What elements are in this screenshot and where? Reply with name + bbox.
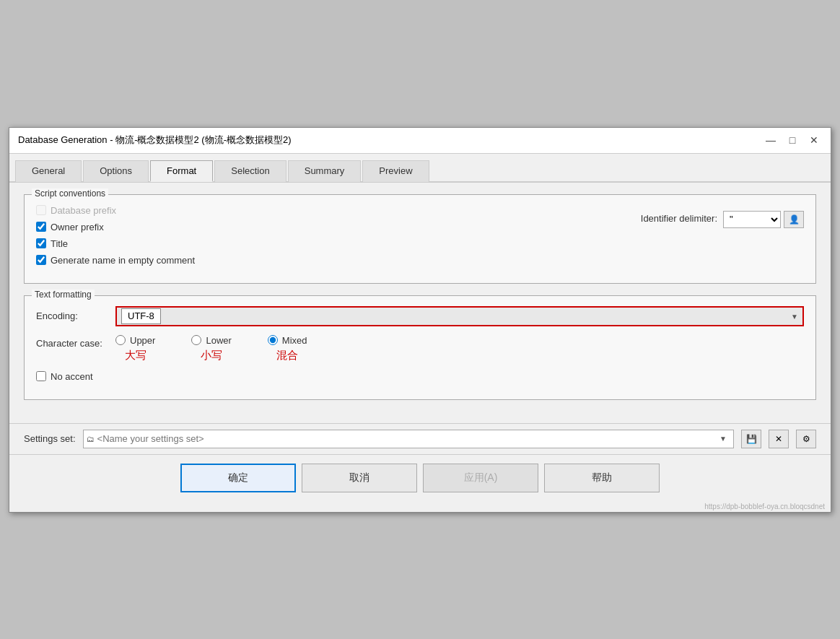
no-accent-label: No accent xyxy=(51,371,93,382)
title-row: Title xyxy=(36,238,612,249)
maximize-button[interactable]: □ xyxy=(784,132,800,148)
lower-radio-row: Lower xyxy=(191,335,231,346)
owner-prefix-checkbox[interactable] xyxy=(36,222,46,232)
no-accent-row: No accent xyxy=(36,371,804,382)
lower-option: Lower 小写 xyxy=(191,335,231,362)
title-checkbox[interactable] xyxy=(36,238,46,248)
text-formatting-group: Text formatting Encoding: UTF-8 ▼ Charac… xyxy=(24,295,816,400)
settings-dropdown-arrow[interactable]: ▼ xyxy=(716,435,730,443)
identifier-delimiter-label: Identifier delimiter: xyxy=(641,213,717,224)
title-label: Title xyxy=(51,238,68,249)
encoding-row: Encoding: UTF-8 ▼ xyxy=(36,306,804,326)
window-controls: — □ ✕ xyxy=(763,132,822,148)
identifier-delimiter-config-button[interactable]: 👤 xyxy=(784,211,804,228)
minimize-button[interactable]: — xyxy=(763,132,779,148)
script-left: Database prefix Owner prefix Title xyxy=(36,205,612,271)
tab-selection[interactable]: Selection xyxy=(214,160,286,182)
help-button[interactable]: 帮助 xyxy=(544,464,660,492)
text-formatting-label: Text formatting xyxy=(32,290,95,300)
generate-name-row: Generate name in empty comment xyxy=(36,255,612,266)
person-icon: 👤 xyxy=(789,214,800,225)
script-conventions-label: Script conventions xyxy=(32,188,108,199)
lower-label: Lower xyxy=(206,335,231,346)
no-accent-checkbox[interactable] xyxy=(36,371,46,381)
encoding-select-wrapper: UTF-8 ▼ xyxy=(115,306,804,326)
tab-summary[interactable]: Summary xyxy=(288,160,362,182)
tab-general[interactable]: General xyxy=(15,160,82,182)
mixed-chinese: 混合 xyxy=(276,349,298,362)
encoding-dropdown-arrow[interactable]: ▼ xyxy=(791,312,798,320)
apply-button[interactable]: 应用(A) xyxy=(423,464,538,492)
encoding-value: UTF-8 xyxy=(128,310,154,321)
watermark: https://dpb-bobblef-oya.cn.bloqcsdnet xyxy=(9,501,831,512)
identifier-delimiter-select[interactable]: " ' [ None xyxy=(723,211,781,228)
content-area: Script conventions Database prefix Owner… xyxy=(9,183,831,423)
tab-bar: General Options Format Selection Summary… xyxy=(9,154,831,183)
window-title: Database Generation - 物流-概念数据模型2 (物流-概念数… xyxy=(18,134,292,147)
upper-radio-row: Upper xyxy=(115,335,155,346)
title-bar: Database Generation - 物流-概念数据模型2 (物流-概念数… xyxy=(9,128,831,154)
tab-preview[interactable]: Preview xyxy=(362,160,429,182)
owner-prefix-row: Owner prefix xyxy=(36,222,612,232)
tab-format[interactable]: Format xyxy=(150,160,213,182)
settings-label: Settings set: xyxy=(24,433,76,444)
upper-radio[interactable] xyxy=(115,335,126,345)
database-prefix-row: Database prefix xyxy=(36,205,612,216)
settings-config-button[interactable]: ⚙ xyxy=(796,430,816,448)
encoding-value-box: UTF-8 xyxy=(121,308,161,324)
database-prefix-label: Database prefix xyxy=(51,205,116,216)
cancel-button[interactable]: 取消 xyxy=(302,464,417,492)
generate-name-checkbox[interactable] xyxy=(36,255,46,265)
owner-prefix-label: Owner prefix xyxy=(51,222,104,232)
character-case-label: Character case: xyxy=(36,338,115,349)
identifier-delimiter-control: " ' [ None 👤 xyxy=(723,211,804,228)
mixed-option: Mixed 混合 xyxy=(268,335,307,362)
main-window: Database Generation - 物流-概念数据模型2 (物流-概念数… xyxy=(9,127,831,513)
settings-icon: 🗂 xyxy=(87,435,95,443)
character-case-row: Character case: Upper 大写 Lo xyxy=(36,335,804,362)
encoding-label: Encoding: xyxy=(36,310,108,321)
script-conventions-group: Script conventions Database prefix Owner… xyxy=(24,194,816,284)
database-prefix-checkbox[interactable] xyxy=(36,205,46,215)
confirm-button[interactable]: 确定 xyxy=(180,464,296,492)
close-button[interactable]: ✕ xyxy=(806,132,822,148)
character-case-options: Upper 大写 Lower 小写 xyxy=(115,335,307,362)
settings-input[interactable] xyxy=(97,433,713,444)
settings-input-wrapper: 🗂 ▼ xyxy=(83,430,734,448)
lower-radio[interactable] xyxy=(191,335,201,345)
mixed-radio-row: Mixed xyxy=(268,335,307,346)
settings-save-button[interactable]: 💾 xyxy=(741,430,761,448)
mixed-radio[interactable] xyxy=(268,335,278,345)
settings-delete-button[interactable]: ✕ xyxy=(769,430,789,448)
upper-chinese: 大写 xyxy=(125,349,146,362)
mixed-label: Mixed xyxy=(282,335,307,346)
upper-label: Upper xyxy=(130,335,155,346)
settings-bar: Settings set: 🗂 ▼ 💾 ✕ ⚙ xyxy=(9,423,831,454)
identifier-delimiter-area: Identifier delimiter: " ' [ None 👤 xyxy=(612,205,804,271)
upper-option: Upper 大写 xyxy=(115,335,155,362)
tab-options[interactable]: Options xyxy=(83,160,149,182)
lower-chinese: 小写 xyxy=(201,349,222,362)
generate-name-label: Generate name in empty comment xyxy=(51,255,195,266)
action-bar: 确定 取消 应用(A) 帮助 xyxy=(9,454,831,501)
